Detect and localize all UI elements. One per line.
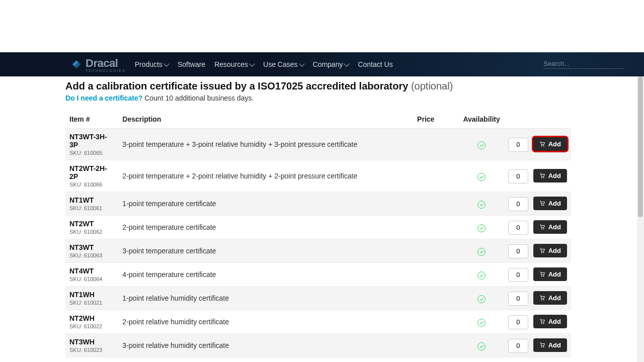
svg-point-10 <box>541 252 542 253</box>
page-heading: Add a calibration certificate issued by … <box>65 80 571 92</box>
search-input[interactable] <box>543 60 628 67</box>
nav-resources[interactable]: Resources <box>214 60 254 68</box>
brand-name: Dracal <box>86 57 118 69</box>
item-sku: SKU: 610062 <box>69 229 114 235</box>
item-description: 3-point temperature certificate <box>118 239 413 263</box>
item-price <box>413 129 459 160</box>
add-to-cart-button[interactable]: Add <box>533 315 567 328</box>
add-button-label: Add <box>548 318 561 325</box>
nav-use-cases[interactable]: Use Cases <box>263 60 303 68</box>
add-to-cart-button[interactable]: Add <box>533 267 567 281</box>
quantity-input[interactable] <box>508 169 528 184</box>
add-to-cart-button[interactable]: Add <box>533 291 567 305</box>
nav-software[interactable]: Software <box>178 60 205 68</box>
item-code: NT1WH <box>69 291 114 299</box>
item-sku: SKU: 610064 <box>69 276 114 282</box>
table-row: NT4WT SKU: 610064 4-point temperature ce… <box>65 263 571 287</box>
nav-contact[interactable]: Contact Us <box>358 60 392 68</box>
main-content: Add a calibration certificate issued by … <box>65 80 571 357</box>
add-to-cart-button[interactable]: Add <box>533 197 567 210</box>
add-to-cart-button[interactable]: Add <box>533 220 567 234</box>
main-nav: Products Software Resources Use Cases Co… <box>135 60 393 68</box>
item-description: 3-point relative humidity certificate <box>118 334 413 357</box>
svg-point-7 <box>543 205 544 206</box>
scroll-thumb[interactable] <box>638 76 643 217</box>
top-nav-bar: Dracal TECHNOLOGIES Products Software Re… <box>0 52 644 76</box>
item-code: NT2WT-2H-2P <box>69 164 114 180</box>
quantity-input[interactable] <box>508 138 528 152</box>
item-price <box>413 239 459 263</box>
item-description: 2-point temperature certificate <box>118 216 413 239</box>
item-sku: SKU: 610065 <box>69 150 114 156</box>
quantity-input[interactable] <box>508 315 528 329</box>
quantity-input[interactable] <box>508 197 528 211</box>
table-row: NT3WT-3H-3P SKU: 610065 3-point temperat… <box>65 129 571 160</box>
item-description: 1-point relative humidity certificate <box>118 287 413 310</box>
column-item: Item # <box>65 110 118 129</box>
svg-point-3 <box>543 145 544 146</box>
item-sku: SKU: 610066 <box>69 182 114 188</box>
column-availability: Availability <box>459 110 504 129</box>
add-to-cart-button[interactable]: Add <box>533 169 567 183</box>
chevron-down-icon <box>164 61 169 66</box>
svg-point-5 <box>543 177 544 178</box>
nav-company[interactable]: Company <box>313 60 349 68</box>
availability-check-icon <box>477 141 486 149</box>
add-button-label: Add <box>548 341 561 349</box>
add-button-label: Add <box>548 140 561 148</box>
table-row: NT2WT-2H-2P SKU: 610066 2-point temperat… <box>65 160 571 192</box>
cart-icon <box>539 342 545 348</box>
availability-check-icon <box>477 173 486 181</box>
table-row: NT2WT SKU: 610062 2-point temperature ce… <box>65 216 571 239</box>
quantity-input[interactable] <box>508 221 528 235</box>
add-button-label: Add <box>548 200 561 207</box>
availability-check-icon <box>477 248 486 256</box>
search-box <box>543 60 624 69</box>
table-row: NT2WH SKU: 610022 2-point relative humid… <box>65 310 571 334</box>
add-to-cart-button[interactable]: Add <box>533 137 567 151</box>
quantity-input[interactable] <box>508 268 528 282</box>
svg-point-8 <box>541 228 542 229</box>
brand-logo[interactable]: Dracal TECHNOLOGIES <box>70 57 126 72</box>
svg-point-14 <box>541 299 542 300</box>
item-code: NT3WT-3H-3P <box>69 133 114 149</box>
vertical-scrollbar[interactable] <box>637 76 644 362</box>
cart-icon <box>539 172 545 178</box>
quantity-input[interactable] <box>508 339 528 353</box>
availability-check-icon <box>477 342 486 350</box>
cart-icon <box>539 247 545 253</box>
svg-point-11 <box>543 252 544 253</box>
quantity-input[interactable] <box>508 292 528 306</box>
item-code: NT2WT <box>69 220 114 228</box>
item-description: 2-point temperature + 2-point relative h… <box>118 160 413 192</box>
table-row: NT1WT SKU: 610061 1-point temperature ce… <box>65 192 571 216</box>
nav-products[interactable]: Products <box>135 60 169 68</box>
item-description: 1-point temperature certificate <box>118 192 413 216</box>
chevron-down-icon <box>344 61 350 66</box>
item-sku: SKU: 610061 <box>69 205 114 211</box>
availability-check-icon <box>477 295 486 303</box>
item-price <box>413 216 459 239</box>
svg-point-2 <box>541 145 542 146</box>
certificate-help-link[interactable]: Do I need a certificate? <box>65 94 142 102</box>
svg-point-13 <box>543 276 544 277</box>
availability-check-icon <box>477 272 486 280</box>
item-sku: SKU: 610022 <box>69 323 114 329</box>
add-button-label: Add <box>548 294 561 302</box>
add-to-cart-button[interactable]: Add <box>533 244 567 257</box>
svg-point-19 <box>543 346 544 347</box>
quantity-input[interactable] <box>508 244 528 258</box>
cart-icon <box>539 271 545 277</box>
add-to-cart-button[interactable]: Add <box>533 338 567 352</box>
availability-check-icon <box>477 224 486 232</box>
item-price <box>413 287 459 310</box>
cart-icon <box>539 200 545 206</box>
chevron-down-icon <box>299 61 304 66</box>
item-price <box>413 160 459 192</box>
item-code: NT4WT <box>69 267 114 275</box>
svg-point-15 <box>543 299 544 300</box>
add-button-label: Add <box>548 247 561 254</box>
item-sku: SKU: 610021 <box>69 300 114 306</box>
item-price <box>413 334 459 357</box>
brand-logo-icon <box>70 58 83 70</box>
